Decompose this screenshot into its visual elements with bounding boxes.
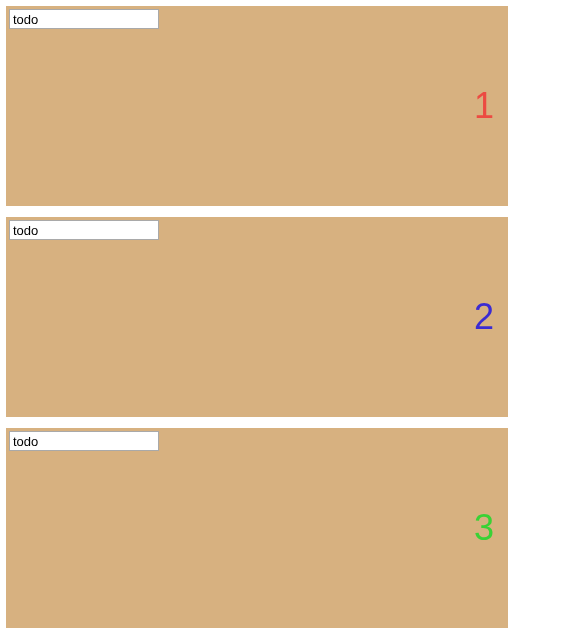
todo-input-3[interactable] <box>9 431 159 451</box>
card-3: 3 <box>6 428 508 628</box>
card-1: 1 <box>6 6 508 206</box>
card-number-2: 2 <box>474 296 494 338</box>
card-number-3: 3 <box>474 507 494 549</box>
todo-input-1[interactable] <box>9 9 159 29</box>
card-number-1: 1 <box>474 85 494 127</box>
card-2: 2 <box>6 217 508 417</box>
todo-input-2[interactable] <box>9 220 159 240</box>
